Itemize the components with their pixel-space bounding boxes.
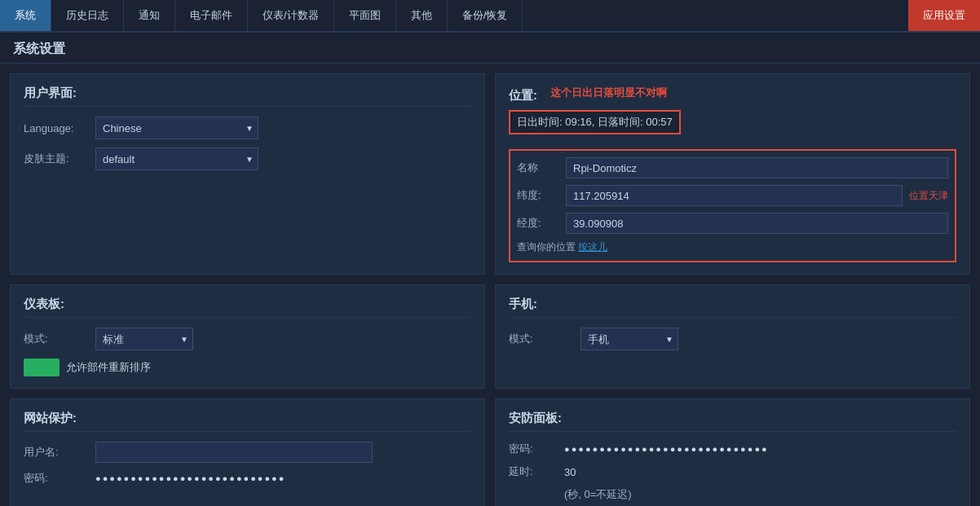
tab-system[interactable]: 系统: [0, 0, 51, 31]
dashboard-mode-select-wrapper: 标准 高级 简洁 ▼: [95, 328, 193, 350]
loc-link-row: 查询你的位置 按这儿: [517, 240, 948, 254]
tab-email[interactable]: 电子邮件: [175, 0, 248, 31]
website-password-label: 密码:: [24, 471, 89, 486]
sunrise-bar: 日出时间: 09:16, 日落时间: 00:57: [509, 110, 681, 134]
dashboard-panel-title: 仪表板:: [24, 297, 471, 318]
loc-hint: 位置天津: [909, 189, 948, 203]
skin-label: 皮肤主题:: [24, 152, 89, 166]
security-panel: 安防面板: 密码: ●●●●●●●●●●●●●●●●●●●●●●●●●●●●● …: [495, 398, 970, 506]
main-content: 用户界面: Language: Chinese English German F…: [0, 73, 980, 506]
security-panel-title: 安防面板:: [509, 411, 956, 432]
mobile-mode-select[interactable]: 手机 平板 桌面: [580, 328, 678, 350]
tab-other[interactable]: 其他: [396, 0, 448, 31]
loc-lat-row: 纬度: 位置天津: [517, 185, 948, 206]
dashboard-panel: 仪表板: 模式: 标准 高级 简洁 ▼ 允许部件重新排序: [10, 284, 485, 389]
mobile-panel-title: 手机:: [509, 297, 956, 318]
query-text: 查询你的位置: [517, 241, 576, 253]
loc-name-input[interactable]: [566, 157, 948, 178]
website-password-dots: ●●●●●●●●●●●●●●●●●●●●●●●●●●●: [95, 473, 285, 483]
page-title: 系统设置: [0, 33, 980, 64]
security-delay-value: 30: [564, 466, 576, 478]
location-panel: 位置: 这个日出日落明显不对啊 日出时间: 09:16, 日落时间: 00:57…: [495, 73, 970, 275]
loc-lat-label: 纬度:: [517, 188, 566, 203]
row-3: 网站保护: 用户名: 密码: ●●●●●●●●●●●●●●●●●●●●●●●●●…: [10, 398, 970, 506]
website-username-input[interactable]: [95, 442, 373, 463]
location-warning: 这个日出日落明显不对啊: [550, 86, 667, 100]
language-row: Language: Chinese English German French …: [24, 117, 471, 139]
nav-bar: 系统 历史日志 通知 电子邮件 仪表/计数器 平面图 其他 备份/恢复 应用设置: [0, 0, 980, 33]
security-delay-unit: (秒, 0=不延迟): [564, 487, 632, 502]
loc-lat-input[interactable]: [566, 185, 903, 206]
dashboard-mode-row: 模式: 标准 高级 简洁 ▼: [24, 328, 471, 350]
security-password-dots: ●●●●●●●●●●●●●●●●●●●●●●●●●●●●●: [564, 444, 769, 454]
security-delay-row: 延时: 30: [509, 464, 956, 479]
tab-floorplan[interactable]: 平面图: [334, 0, 396, 31]
tab-meter[interactable]: 仪表/计数器: [248, 0, 334, 31]
reorder-toggle[interactable]: [24, 359, 60, 376]
mobile-mode-select-wrapper: 手机 平板 桌面 ▼: [580, 328, 678, 350]
user-interface-panel: 用户界面: Language: Chinese English German F…: [10, 73, 485, 275]
loc-lon-row: 经度:: [517, 213, 948, 234]
security-delay-unit-row: (秒, 0=不延迟): [509, 487, 956, 502]
security-delay-label: 延时:: [509, 464, 558, 479]
tab-notify[interactable]: 通知: [124, 0, 175, 31]
dashboard-mode-select[interactable]: 标准 高级 简洁: [95, 328, 193, 350]
skin-select-wrapper: default dark light ▼: [95, 147, 258, 170]
apply-button[interactable]: 应用设置: [908, 0, 980, 31]
toggle-right: [42, 359, 60, 376]
toggle-left: [24, 359, 42, 376]
website-username-label: 用户名:: [24, 445, 89, 460]
nav-tabs: 系统 历史日志 通知 电子邮件 仪表/计数器 平面图 其他 备份/恢复: [0, 0, 908, 31]
mobile-panel: 手机: 模式: 手机 平板 桌面 ▼: [495, 284, 970, 389]
mobile-mode-row: 模式: 手机 平板 桌面 ▼: [509, 328, 956, 350]
website-protect-panel: 网站保护: 用户名: 密码: ●●●●●●●●●●●●●●●●●●●●●●●●●…: [10, 398, 485, 506]
tab-backup[interactable]: 备份/恢复: [448, 0, 523, 31]
language-select[interactable]: Chinese English German French: [95, 117, 258, 139]
mobile-mode-label: 模式:: [509, 332, 574, 346]
security-password-row: 密码: ●●●●●●●●●●●●●●●●●●●●●●●●●●●●●: [509, 442, 956, 456]
loc-lon-input[interactable]: [566, 213, 948, 234]
loc-lon-label: 经度:: [517, 216, 566, 231]
language-label: Language:: [24, 122, 89, 134]
location-panel-title: 位置:: [509, 88, 537, 103]
toggle-row: 允许部件重新排序: [24, 359, 471, 376]
ui-panel-title: 用户界面:: [24, 86, 471, 107]
row-1: 用户界面: Language: Chinese English German F…: [10, 73, 970, 275]
loc-name-label: 名称: [517, 161, 566, 175]
security-password-label: 密码:: [509, 442, 558, 456]
row-2: 仪表板: 模式: 标准 高级 简洁 ▼ 允许部件重新排序: [10, 284, 970, 389]
website-protect-title: 网站保护:: [24, 411, 471, 432]
website-username-row: 用户名:: [24, 442, 471, 463]
language-select-wrapper: Chinese English German French ▼: [95, 117, 258, 139]
tab-history[interactable]: 历史日志: [51, 0, 124, 31]
loc-link[interactable]: 按这儿: [578, 241, 607, 253]
website-password-row: 密码: ●●●●●●●●●●●●●●●●●●●●●●●●●●●: [24, 471, 471, 486]
skin-row: 皮肤主题: default dark light ▼: [24, 147, 471, 170]
dashboard-mode-label: 模式:: [24, 332, 89, 346]
toggle-label: 允许部件重新排序: [66, 360, 151, 375]
skin-select[interactable]: default dark light: [95, 147, 258, 170]
location-table: 名称 纬度: 位置天津 经度: 查询你的位置 按这儿: [509, 149, 956, 262]
loc-name-row: 名称: [517, 157, 948, 178]
